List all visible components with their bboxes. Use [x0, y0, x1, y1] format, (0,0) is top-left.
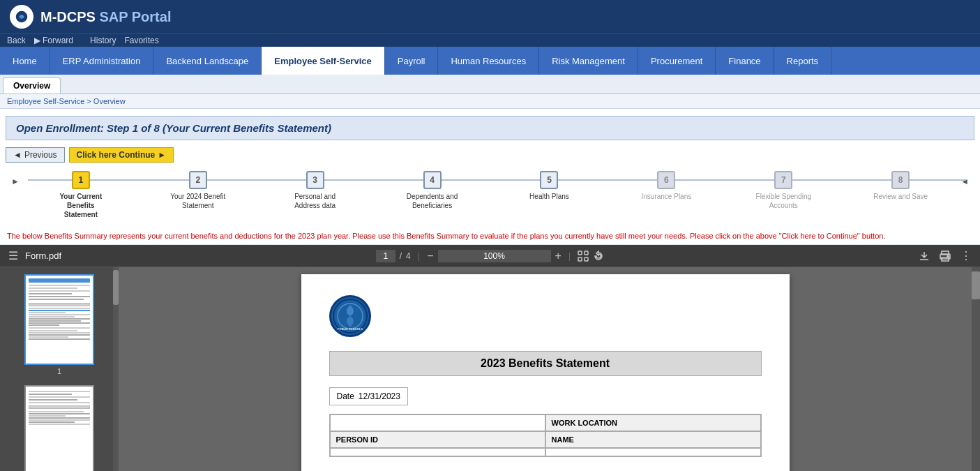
breadcrumb-overview: Overview: [93, 97, 126, 105]
pdf-name-header: NAME: [545, 431, 761, 448]
wizard-step-3[interactable]: 3 Personal and Address data: [257, 171, 374, 210]
step-label-7: Flexible Spending Accounts: [752, 192, 815, 210]
pdf-thumb-num-1: 1: [57, 367, 61, 375]
menu-item-ess[interactable]: Employee Self-Service: [262, 47, 384, 75]
section-title: Open Enrollment: Step 1 of 8 (Your Curre…: [6, 116, 974, 140]
step-label-8: Review and Save: [873, 192, 928, 201]
pdf-page-input[interactable]: [376, 250, 395, 262]
pdf-info-grid: WORK LOCATION PERSON ID NAME: [329, 414, 762, 457]
pdf-logo-row: PUBLIC SCHOOLS: [329, 295, 762, 337]
previous-button[interactable]: ◄ Previous: [6, 147, 65, 163]
app-logo: [10, 5, 33, 29]
pdf-thumb-img-1: [24, 274, 94, 365]
pdf-thumb-img-2: [24, 385, 94, 471]
pdf-person-id-header: PERSON ID: [330, 431, 545, 448]
svg-point-8: [947, 255, 949, 257]
continue-arrow-icon: ►: [158, 150, 166, 160]
pdf-main-content: PUBLIC SCHOOLS 2023 Benefits Statement D…: [119, 267, 972, 471]
pdf-date-row: Date 12/31/2023: [329, 387, 762, 405]
nav-history[interactable]: History: [90, 36, 116, 45]
pdf-zoom-in-button[interactable]: +: [555, 250, 561, 262]
main-menu: Home ERP Administration Backend Landscap…: [0, 47, 980, 75]
pdf-main-scrollbar[interactable]: [972, 267, 980, 471]
svg-text:PUBLIC SCHOOLS: PUBLIC SCHOOLS: [338, 327, 363, 331]
wizard-step-1[interactable]: 1 Your Current Benefits Statement: [22, 171, 140, 219]
svg-rect-4: [585, 257, 588, 261]
pdf-viewer: ☰ Form.pdf / 4 | − + |: [0, 245, 980, 471]
step-circle-5: 5: [540, 171, 558, 189]
wizard-step-5[interactable]: 5 Health Plans: [491, 171, 608, 201]
pdf-date-box: Date 12/31/2023: [329, 387, 408, 405]
menu-item-erp[interactable]: ERP Administration: [50, 47, 154, 75]
pdf-page: PUBLIC SCHOOLS 2023 Benefits Statement D…: [301, 274, 790, 471]
wizard-step-7[interactable]: 7 Flexible Spending Accounts: [725, 171, 842, 210]
nav-buttons: ◄ Previous Click here Continue ►: [0, 144, 980, 165]
nav-forward[interactable]: ▶ Forward: [34, 36, 82, 45]
menu-item-procurement[interactable]: Procurement: [638, 47, 716, 75]
menu-item-backend[interactable]: Backend Landscape: [153, 47, 262, 75]
menu-item-risk[interactable]: Risk Management: [539, 47, 638, 75]
wizard-step-4[interactable]: 4 Dependents and Beneficiaries: [374, 171, 491, 210]
step-label-1: Your Current Benefits Statement: [50, 192, 112, 219]
nav-favorites[interactable]: Favorites: [124, 36, 158, 45]
pdf-person-id-value: [330, 448, 545, 456]
menu-item-finance[interactable]: Finance: [716, 47, 774, 75]
pdf-zoom-input[interactable]: [438, 250, 551, 262]
pdf-org-logo: PUBLIC SCHOOLS: [329, 295, 371, 337]
svg-rect-2: [585, 251, 588, 255]
menu-item-reports[interactable]: Reports: [774, 47, 832, 75]
step-label-5: Health Plans: [529, 192, 569, 201]
pdf-thumbnails-panel: 1: [0, 267, 119, 471]
wizard-step-6[interactable]: 6 Insurance Plans: [608, 171, 725, 201]
nav-back[interactable]: Back: [7, 36, 26, 45]
pdf-download-button[interactable]: [919, 251, 930, 262]
pdf-menu-icon[interactable]: ☰: [8, 249, 18, 262]
breadcrumb: Employee Self-Service > Overview: [0, 94, 980, 109]
step-wizard: ► 1 Your Current Benefits Statement 2 Yo…: [0, 165, 980, 227]
pdf-benefits-title: 2023 Benefits Statement: [329, 351, 762, 376]
wizard-step-8[interactable]: 8 Review and Save: [842, 171, 959, 201]
svg-rect-1: [578, 251, 582, 255]
tab-bar: Overview: [0, 75, 980, 94]
step-circle-6: 6: [657, 171, 675, 189]
step-circle-8: 8: [891, 171, 910, 189]
pdf-toolbar: ☰ Form.pdf / 4 | − + |: [0, 245, 980, 267]
previous-arrow-icon: ◄: [13, 150, 22, 160]
step-circle-7: 7: [774, 171, 792, 189]
breadcrumb-ess[interactable]: Employee Self-Service: [7, 97, 84, 105]
app-title: M-DCPS SAP Portal: [40, 9, 171, 25]
wizard-step-2[interactable]: 2 Your 2024 Benefit Statement: [140, 171, 257, 210]
pdf-body: 1: [0, 267, 980, 471]
pdf-total-pages: 4: [406, 251, 411, 261]
pdf-date-value: 12/31/2023: [359, 391, 400, 401]
step-label-2: Your 2024 Benefit Statement: [167, 192, 229, 210]
step-circle-4: 4: [423, 171, 442, 189]
step-label-3: Personal and Address data: [284, 192, 347, 210]
menu-item-home[interactable]: Home: [0, 47, 50, 75]
warning-message: The below Benefits Summary represents yo…: [0, 227, 980, 245]
menu-item-hr[interactable]: Human Resources: [438, 47, 539, 75]
menu-item-payroll[interactable]: Payroll: [385, 47, 439, 75]
svg-rect-3: [578, 257, 582, 261]
pdf-name-value: [545, 448, 761, 456]
pdf-empty-cell-1: [330, 414, 545, 431]
step-label-6: Insurance Plans: [642, 192, 692, 201]
top-bar: M-DCPS SAP Portal: [0, 0, 980, 33]
pdf-work-location-header: WORK LOCATION: [545, 414, 761, 431]
step-circle-1: 1: [72, 171, 90, 189]
tab-overview[interactable]: Overview: [3, 77, 61, 94]
pdf-zoom-out-button[interactable]: −: [427, 250, 433, 262]
step-circle-2: 2: [189, 171, 207, 189]
step-circle-3: 3: [306, 171, 324, 189]
pdf-more-options-button[interactable]: ⋮: [960, 249, 972, 262]
pdf-date-label: Date: [337, 391, 354, 401]
pdf-fit-button[interactable]: [578, 251, 589, 262]
pdf-thumbnail-1[interactable]: 1: [24, 274, 94, 375]
pdf-thumbnail-2[interactable]: 2: [24, 385, 94, 471]
nav-bar: Back ▶ Forward History Favorites: [0, 33, 980, 47]
pdf-filename: Form.pdf: [25, 251, 61, 261]
step-label-4: Dependents and Beneficiaries: [401, 192, 464, 210]
pdf-print-button[interactable]: [940, 251, 951, 262]
continue-button[interactable]: Click here Continue ►: [69, 147, 174, 163]
pdf-rotate-button[interactable]: [593, 251, 604, 262]
